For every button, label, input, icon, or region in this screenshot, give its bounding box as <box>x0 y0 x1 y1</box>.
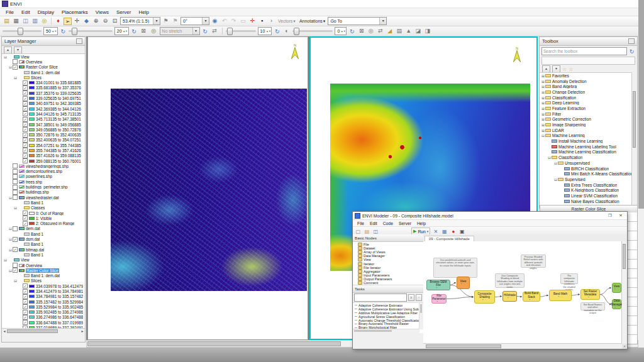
layer-label[interactable]: 334.01001 to 335.681885 <box>36 80 81 85</box>
tree-toggle-icon[interactable]: ⊞ <box>541 90 545 94</box>
layer-row[interactable]: Overview <box>2 59 85 64</box>
log-icon[interactable]: ◨ <box>423 28 431 35</box>
layer-label[interactable]: 336.647488 to 337.019989 <box>36 321 83 325</box>
layer-label[interactable]: Overview <box>26 60 42 64</box>
layer-row[interactable]: Band 1 <box>2 242 85 247</box>
show-code-icon[interactable]: ▣ <box>458 229 465 234</box>
tree-toggle-icon[interactable]: ⊞ <box>541 101 545 105</box>
remove-favorite-icon[interactable]: ☆ <box>569 67 573 72</box>
layer-checkbox[interactable] <box>23 283 28 288</box>
layer-row[interactable]: 349.056885 to 350.72876 <box>2 127 85 132</box>
modeler-comment[interactable]: Use Composite Shading to blend hillshade… <box>495 273 525 288</box>
zoom-in-icon[interactable]: ⊕ <box>92 18 100 25</box>
layer-label[interactable]: 344.04126 to 345.713135 <box>36 112 81 116</box>
layer-label[interactable]: 334.784981 to 335.157482 <box>36 294 83 299</box>
data-manager-icon[interactable]: ▦ <box>12 18 20 25</box>
annotations-dropdown[interactable]: Annotations ▾ <box>298 19 327 24</box>
add-favorite-icon[interactable]: ☆ <box>562 67 567 72</box>
layer-label[interactable]: trees.shp <box>26 180 42 184</box>
layer-label[interactable]: View <box>21 258 30 262</box>
toolbox-item-label[interactable]: Mini Batch K-Means Classification <box>571 172 632 176</box>
layer-row[interactable]: 359.088135 to 360.76001 <box>2 158 85 163</box>
toolbox-row[interactable]: K-Neighbors Classification <box>540 187 632 193</box>
toolbox-row[interactable]: Naive Bayes Classification <box>540 199 632 204</box>
toolbox-row[interactable]: ⊞ Deep Learning <box>540 100 632 106</box>
zoom-out-icon[interactable]: ⊖ <box>101 18 109 25</box>
toolbox-item-label[interactable]: Machine Learning Labeling Tool <box>558 145 616 149</box>
layer-checkbox[interactable] <box>13 263 18 268</box>
layer-row[interactable]: 335.681885 to 337.35376 <box>2 85 85 90</box>
tree-toggle-icon[interactable]: ⊟ <box>8 65 13 69</box>
sqroot-icon[interactable]: ◪ <box>414 28 422 35</box>
layer-row[interactable]: 335.902485 to 336.274986 <box>2 310 85 315</box>
crosshair-icon[interactable]: ✛ <box>248 18 257 25</box>
layer-label[interactable]: viewshedraster.dat <box>26 195 59 200</box>
layer-label[interactable]: 355.744385 to 357.41626 <box>36 148 81 153</box>
layer-label[interactable]: 352.400635 to 354.07251 <box>36 138 81 142</box>
toolbox-item-label[interactable]: Change Detection <box>552 90 585 94</box>
layer-checkbox[interactable] <box>23 143 28 148</box>
layer-row[interactable]: Band 1: dem.dat <box>2 273 85 278</box>
tree-toggle-icon[interactable]: ⊟ <box>13 278 18 283</box>
layer-row[interactable]: ⊟ Classes <box>2 206 85 211</box>
toolbox-row[interactable]: ⊞ Band Algebra <box>540 84 632 89</box>
layer-label[interactable]: 335.681885 to 337.35376 <box>36 85 81 90</box>
menu-item[interactable]: Views <box>92 9 112 16</box>
layer-row[interactable]: ⊟ Slices <box>2 75 85 80</box>
toolbox-row[interactable]: Linear SVM Classification <box>540 193 632 199</box>
layer-checkbox[interactable] <box>23 80 28 85</box>
layer-checkbox[interactable] <box>23 153 28 158</box>
layer-label[interactable]: buildings_perimeter.shp <box>26 185 68 189</box>
tree-toggle-icon[interactable]: ⊟ <box>13 206 18 210</box>
layer-row[interactable]: Band 1 <box>2 200 85 205</box>
edit-vertex-icon[interactable]: ▭ <box>239 18 247 25</box>
tree-toggle-icon[interactable]: ⊟ <box>547 155 552 160</box>
pin-icon[interactable] <box>76 38 82 44</box>
scroll-right-icon[interactable]: ► <box>80 329 85 333</box>
north-arrow-icon[interactable]: N <box>513 47 521 64</box>
toolbox-row[interactable]: ⊞ Feature Extraction <box>540 106 632 111</box>
toolbox-item-label[interactable]: Supervised <box>565 177 586 182</box>
toolbox-vscrollbar[interactable] <box>631 72 637 208</box>
layer-row[interactable]: 334.039978 to 334.412479 <box>2 283 85 288</box>
north-arrow-icon[interactable]: N <box>291 43 299 61</box>
layer-label[interactable]: Raster Color Slice <box>26 268 59 273</box>
layer-row[interactable]: 347.38501 to 349.056885 <box>2 122 85 127</box>
layer-row[interactable]: ⊟ dsm.dat <box>2 236 85 241</box>
tree-toggle-icon[interactable]: ⊞ <box>541 117 545 121</box>
toolbox-row[interactable]: ⊟ Machine Learning <box>540 133 632 139</box>
layer-label[interactable]: dsm.dat <box>26 237 40 241</box>
resize-grip-icon[interactable]: ✕ <box>622 344 627 349</box>
toolbox-item-label[interactable]: BIRCH Classification <box>571 167 609 171</box>
stretch-swap-icon[interactable]: ⇄ <box>211 28 219 35</box>
layer-label[interactable]: Band 1 <box>31 242 43 246</box>
contrast-reset-icon[interactable]: ↻ <box>131 28 138 35</box>
layer-label[interactable]: 334.039978 to 334.412479 <box>36 284 83 288</box>
modeler-node-view-preview[interactable]: View▪ ▫ <box>457 277 470 289</box>
toolbox-row[interactable]: Machine Learning Labeling Tool <box>540 144 632 150</box>
layer-checkbox[interactable] <box>23 320 28 325</box>
scroll-left-icon[interactable]: ◄ <box>2 329 7 333</box>
task-list-vscrollbar[interactable] <box>419 303 423 329</box>
layer-row[interactable]: ⊟ viewshedraster.dat <box>2 195 85 200</box>
layer-label[interactable]: 334.412479 to 334.784981 <box>36 289 83 293</box>
layer-row[interactable]: 337.35376 to 339.025635 <box>2 90 85 96</box>
layer-row[interactable]: 345.713135 to 347.38501 <box>2 117 85 122</box>
screen-icon[interactable]: ▪ <box>258 18 266 25</box>
brightness-spin[interactable]: 50▲▼ <box>43 27 58 35</box>
open-model-icon[interactable]: ▤ <box>364 229 370 234</box>
pan-icon[interactable]: ✛ <box>73 18 81 25</box>
layer-checkbox[interactable] <box>23 158 28 163</box>
toolbox-item-label[interactable]: Image Sharpening <box>552 123 586 127</box>
modeler-node-dem-file[interactable]: Browse DEM File▪ ▫ <box>426 280 450 290</box>
layer-manager-hscrollbar[interactable]: ◄ ► <box>2 328 85 334</box>
modeler-menu-item[interactable]: Help <box>414 221 428 226</box>
layer-label[interactable]: 345.713135 to 347.38501 <box>36 117 81 121</box>
layer-row[interactable]: ⊟ Raster Color Slice <box>2 268 85 273</box>
layer-checkbox[interactable] <box>23 294 28 299</box>
tree-toggle-icon[interactable]: ⊟ <box>8 248 13 252</box>
layer-label[interactable]: 340.69751 to 342.369385 <box>36 101 81 106</box>
spinner-arrows-icon[interactable]: ▲▼ <box>52 30 57 33</box>
layer-checkbox[interactable] <box>23 216 28 221</box>
layer-label[interactable]: Band 1: dem.dat <box>31 70 60 75</box>
